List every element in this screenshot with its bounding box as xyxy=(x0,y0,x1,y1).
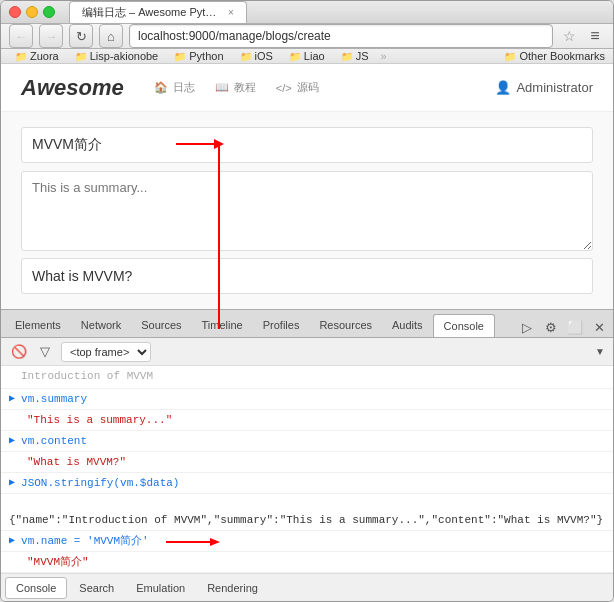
bookmark-python[interactable]: 📁 Python xyxy=(168,49,229,64)
console-output: Introduction of MVVM ▶ vm.summary "This … xyxy=(1,366,613,573)
bottom-tab-emulation[interactable]: Emulation xyxy=(126,578,195,598)
console-text: "MVVM简介" xyxy=(27,554,89,570)
tab-elements[interactable]: Elements xyxy=(5,313,71,337)
tab-network[interactable]: Network xyxy=(71,313,131,337)
nav-item-source[interactable]: </> 源码 xyxy=(276,80,319,95)
close-button[interactable] xyxy=(9,6,21,18)
console-text: vm.name = 'MVVM简介' xyxy=(21,533,149,549)
bookmark-label: JS xyxy=(356,50,369,62)
devtools-bottom-bar: Console Search Emulation Rendering xyxy=(1,573,613,601)
folder-icon: 📁 xyxy=(341,51,353,62)
console-line[interactable]: ▶ JSON.stringify(vm.$data) xyxy=(1,473,613,494)
settings-icon-button[interactable]: ⚙ xyxy=(541,317,561,337)
console-line: "What is MVVM?" xyxy=(1,452,613,473)
blog-summary-textarea[interactable] xyxy=(21,171,593,251)
site-logo: Awesome xyxy=(21,75,124,101)
bookmark-ios[interactable]: 📁 iOS xyxy=(234,49,279,64)
traffic-lights xyxy=(9,6,55,18)
devtools-tabs-bar: Elements Network Sources Timeline Profil… xyxy=(1,310,613,338)
frame-selector[interactable]: <top frame> xyxy=(61,342,151,362)
tab-console[interactable]: Console xyxy=(433,314,495,338)
spacer xyxy=(21,163,593,171)
address-bar[interactable]: localhost:9000/manage/blogs/create xyxy=(129,24,553,48)
devtools-toolbar: 🚫 ▽ <top frame> ▼ xyxy=(1,338,613,366)
bottom-tab-search[interactable]: Search xyxy=(69,578,124,598)
browser-tab[interactable]: 编辑日志 – Awesome Pytho… × xyxy=(69,1,247,23)
tab-resources[interactable]: Resources xyxy=(309,313,382,337)
browser-menu-button[interactable]: ≡ xyxy=(585,26,605,46)
expand-arrow-icon: ▶ xyxy=(9,533,15,549)
blog-title-input[interactable] xyxy=(21,127,593,163)
console-line: "This is a summary..." xyxy=(1,410,613,431)
line-indent xyxy=(9,496,21,512)
site-user-area[interactable]: 👤 Administrator xyxy=(495,80,593,95)
bottom-tab-rendering[interactable]: Rendering xyxy=(197,578,268,598)
other-bookmarks[interactable]: 📁 Other Bookmarks xyxy=(504,50,605,62)
dock-icon-button[interactable]: ⬜ xyxy=(565,317,585,337)
reload-button[interactable]: ↻ xyxy=(69,24,93,48)
svg-marker-4 xyxy=(210,538,220,546)
book-icon: 📖 xyxy=(215,81,229,94)
maximize-button[interactable] xyxy=(43,6,55,18)
devtools-icon-buttons: ▷ ⚙ ⬜ ✕ xyxy=(517,317,609,337)
bottom-emulation-label: Emulation xyxy=(136,582,185,594)
address-text: localhost:9000/manage/blogs/create xyxy=(138,29,331,43)
nav-item-tutorial[interactable]: 📖 教程 xyxy=(215,80,256,95)
line-indent xyxy=(9,412,21,428)
forward-button[interactable]: → xyxy=(39,24,63,48)
website-content: Awesome 🏠 日志 📖 教程 </> 源码 👤 Administrator xyxy=(1,64,613,309)
tab-resources-label: Resources xyxy=(319,319,372,331)
line-indent xyxy=(9,454,21,470)
console-line[interactable]: ▶ vm.content xyxy=(1,431,613,452)
tab-profiles[interactable]: Profiles xyxy=(253,313,310,337)
home-button[interactable]: ⌂ xyxy=(99,24,123,48)
line-arrow xyxy=(9,370,15,386)
nav-tutorial-label: 教程 xyxy=(234,80,256,95)
console-text: "This is a summary..." xyxy=(27,412,172,428)
minimize-button[interactable] xyxy=(26,6,38,18)
nav-item-blog[interactable]: 🏠 日志 xyxy=(154,80,195,95)
expand-arrow-icon: ▶ xyxy=(9,391,15,407)
bookmark-zuora[interactable]: 📁 Zuora xyxy=(9,49,65,64)
tab-elements-label: Elements xyxy=(15,319,61,331)
title-field-wrapper xyxy=(21,127,593,163)
site-header: Awesome 🏠 日志 📖 教程 </> 源码 👤 Administrator xyxy=(1,64,613,112)
console-line[interactable]: ▶ vm.summary xyxy=(1,389,613,410)
blog-content-input[interactable] xyxy=(21,258,593,294)
blog-editor xyxy=(1,112,613,309)
title-bar: 编辑日志 – Awesome Pytho… × xyxy=(1,1,613,24)
bookmark-label: Lisp-akionobe xyxy=(90,50,159,62)
execute-icon-button[interactable]: ▷ xyxy=(517,317,537,337)
back-button[interactable]: ← xyxy=(9,24,33,48)
clear-console-button[interactable]: 🚫 xyxy=(9,342,29,362)
console-line[interactable]: ▶ vm.name = 'MVVM简介' xyxy=(1,531,613,552)
bookmark-star-button[interactable]: ☆ xyxy=(559,26,579,46)
bookmark-liao[interactable]: 📁 Liao xyxy=(283,49,331,64)
tab-sources[interactable]: Sources xyxy=(131,313,191,337)
close-devtools-button[interactable]: ✕ xyxy=(589,317,609,337)
console-text: vm.summary xyxy=(21,391,87,407)
line-indent xyxy=(9,554,21,570)
folder-icon: 📁 xyxy=(289,51,301,62)
tab-audits[interactable]: Audits xyxy=(382,313,433,337)
home-icon: 🏠 xyxy=(154,81,168,94)
filter-icon-button[interactable]: ▽ xyxy=(35,342,55,362)
folder-icon: 📁 xyxy=(240,51,252,62)
console-text-json: {"name":"Introduction of MVVM","summary"… xyxy=(9,512,603,528)
browser-frame: 编辑日志 – Awesome Pytho… × ← → ↻ ⌂ localhos… xyxy=(0,0,614,602)
console-text: vm.content xyxy=(21,433,87,449)
console-line: Introduction of MVVM xyxy=(1,366,613,389)
tab-title: 编辑日志 – Awesome Pytho… xyxy=(82,5,222,20)
tab-console-label: Console xyxy=(444,320,484,332)
folder-icon: 📁 xyxy=(174,51,186,62)
tab-sources-label: Sources xyxy=(141,319,181,331)
folder-icon: 📁 xyxy=(15,51,27,62)
bookmark-lisp[interactable]: 📁 Lisp-akionobe xyxy=(69,49,165,64)
devtools-panel: Elements Network Sources Timeline Profil… xyxy=(1,309,613,601)
dropdown-arrow[interactable]: ▼ xyxy=(595,346,605,357)
bottom-tab-console[interactable]: Console xyxy=(5,577,67,599)
tab-timeline[interactable]: Timeline xyxy=(192,313,253,337)
tab-close-button[interactable]: × xyxy=(228,7,234,18)
bookmark-js[interactable]: 📁 JS xyxy=(335,49,375,64)
bottom-search-label: Search xyxy=(79,582,114,594)
